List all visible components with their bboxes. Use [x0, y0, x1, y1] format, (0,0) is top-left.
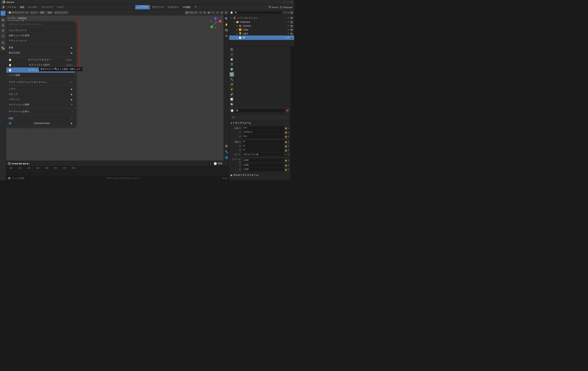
show-overlays[interactable]: ⌖ — [216, 11, 219, 14]
ctx-keyframe[interactable]: キーフレームを挿入... I — [6, 109, 75, 114]
scale-x-lock[interactable]: 🔒 — [285, 159, 287, 162]
ol-scene-camera[interactable]: 📷 — [290, 17, 293, 19]
ctx-transform[interactable]: 変換 ▶ — [6, 45, 75, 50]
ol-sphere-render[interactable]: 📷 — [290, 36, 293, 39]
ctx-rename[interactable]: アクティブオブジェクトをリネーム... F2 — [6, 80, 75, 85]
prop-tab-modifier[interactable]: 🔧 — [230, 77, 234, 82]
position-z-value[interactable]: 0 m — [242, 135, 284, 138]
timeline-jump-end[interactable]: ▶| — [27, 162, 29, 165]
viewport-canvas[interactable]: ユーザー・透視投影 (1) Collection | 球 Z X — [6, 15, 229, 161]
position-x-lock[interactable]: 🔒 — [285, 127, 287, 129]
minimize-button[interactable]: — — [283, 1, 285, 3]
ol-cube-render[interactable]: 📷 — [290, 29, 293, 31]
view-menu[interactable]: ビュー — [30, 11, 38, 14]
viewport-shading-render[interactable]: ○ — [211, 11, 215, 14]
sidebar-btn-hand[interactable]: ✋ — [224, 22, 229, 27]
tab-layout[interactable]: レイアウト — [135, 5, 150, 9]
outliner-filter-icon[interactable]: ▽ — [283, 11, 284, 14]
ol-camera-eye[interactable]: 👁 — [287, 25, 290, 27]
sidebar-btn-camera[interactable]: 📷 — [224, 28, 229, 33]
mode-select[interactable]: 🔲 オブジェクト... ▾ — [7, 11, 29, 14]
ol-scene-eye[interactable]: 👁 — [287, 17, 290, 19]
position-y-lock[interactable]: 🔒 — [285, 131, 287, 133]
ctx-selected-model[interactable]: 🌐 Selected Model ▶ — [6, 121, 75, 126]
timeline-play[interactable]: ▶ — [21, 162, 22, 165]
properties-obj-name[interactable]: 球 — [235, 109, 285, 113]
timeline-play-back[interactable]: ◀ — [18, 162, 20, 165]
delta-transform-header[interactable]: ▶ デルタトランスフォーム — [231, 173, 289, 177]
timeline-record-btn[interactable] — [8, 162, 11, 165]
prop-tab-scene[interactable]: 🎬 — [230, 62, 234, 67]
tool-scale[interactable]: ⤡ — [0, 33, 6, 39]
ol-light[interactable]: ▶ 💡 Light 👁 📷 — [229, 32, 294, 35]
rotation-z-value[interactable]: 0° — [242, 148, 284, 152]
show-gizmo[interactable]: ⌀ — [220, 11, 224, 14]
ol-collection-check[interactable]: ✓ — [285, 21, 287, 23]
select-menu[interactable]: 選択 — [39, 11, 46, 14]
tool-annotate[interactable]: ✏ — [0, 40, 6, 45]
timeline-start-val[interactable]: 1 — [224, 162, 227, 165]
ol-camera-render[interactable]: 📷 — [290, 25, 293, 27]
prop-tab-object[interactable]: 🟧 — [230, 72, 234, 77]
tool-select[interactable]: ↖ — [0, 11, 6, 16]
ctx-mirror[interactable]: ミラー ▶ — [6, 87, 75, 92]
timeline-jump-start[interactable]: |◀ — [11, 162, 14, 165]
ol-collection-eye[interactable]: 👁 — [287, 21, 290, 23]
outliner-render-icon[interactable]: 📷 — [290, 11, 293, 14]
ol-cube[interactable]: ▶ 🟧 Cube 👁 📷 — [229, 28, 294, 32]
scene-name[interactable]: Scene — [272, 6, 278, 9]
tool-cursor[interactable]: ⊕ — [0, 17, 6, 22]
sidebar-btn-modifier[interactable]: 🔧 — [224, 149, 229, 154]
prop-tab-constraints[interactable]: 🔗 — [230, 92, 234, 97]
ctx-set-origin[interactable]: 原点を設定 ▶ — [6, 50, 75, 55]
rotation-mode-select[interactable]: XYZ オイラー角 ▾ — [242, 153, 287, 156]
tool-rotate[interactable]: ↺ — [0, 28, 6, 33]
ol-collection[interactable]: ▼ 📁 Collection ✓ 👁 📷 — [229, 20, 294, 24]
scale-y-value[interactable]: 1.000 — [242, 163, 284, 167]
timeline-current-frame[interactable]: 1 — [208, 162, 213, 165]
sidebar-btn-render[interactable]: 🖼 — [224, 143, 229, 148]
menu-window[interactable]: ウィンドウ — [40, 5, 54, 9]
viewport-shading-wire[interactable]: ◇ — [199, 11, 202, 14]
sidebar-btn-world[interactable]: 🌐 — [224, 155, 229, 160]
position-y-value[interactable]: 4.1751 m — [242, 130, 284, 134]
global-local[interactable]: 🔗 グロ... ▾ — [185, 11, 198, 14]
object-menu[interactable]: オブジェクト — [54, 11, 69, 14]
prop-tab-data[interactable]: 📊 — [230, 97, 234, 102]
ctx-move-collection[interactable]: コレクションに移動 M — [6, 102, 75, 107]
prop-tab-physics[interactable]: ⚡ — [230, 87, 234, 92]
rotation-x-lock[interactable]: 🔒 — [285, 141, 287, 143]
viewport-options[interactable]: ▾ — [224, 11, 228, 14]
scale-x-value[interactable]: 1.000 — [242, 159, 284, 162]
ctx-snap[interactable]: スナップ ▶ — [6, 92, 75, 97]
ctx-delete[interactable]: 削除 X — [6, 116, 75, 121]
viewport-shading-look[interactable]: ◑ — [207, 11, 211, 14]
ctx-parent[interactable]: ペアレント ▶ — [6, 97, 75, 102]
ol-camera[interactable]: ▶ 📷 Camera 👁 📷 — [229, 24, 294, 28]
ctx-smooth-shade[interactable]: スムーズシェード — [6, 28, 75, 33]
tool-measure[interactable]: 📏 — [0, 46, 6, 51]
prop-tab-output[interactable]: 🖨 — [230, 52, 234, 57]
tab-te[interactable]: テ — [193, 5, 198, 9]
axes-gizmo[interactable]: Z X Y — [210, 17, 221, 29]
close-button[interactable]: ✕ — [291, 1, 293, 3]
maximize-button[interactable]: □ — [287, 1, 289, 3]
ol-sphere-eye[interactable]: 👁 — [287, 36, 290, 39]
ol-collection-camera[interactable]: 📷 — [290, 21, 293, 23]
ol-scene-check[interactable]: ✓ — [285, 17, 287, 19]
ol-scene-collection[interactable]: ▼ 🎬 シーンコレクション ✓ 👁 📷 — [229, 16, 294, 20]
ol-light-render[interactable]: 📷 — [290, 33, 293, 35]
prop-tab-render[interactable]: 📷 — [230, 47, 234, 52]
viewport-shading-solid[interactable]: ● — [203, 11, 207, 14]
timeline-prev-frame[interactable]: ◀◀ — [14, 162, 18, 165]
sidebar-btn-view[interactable]: 🔍 — [224, 16, 229, 21]
tab-uv[interactable]: UV編集 — [181, 5, 192, 9]
properties-pin-icon[interactable]: 📌 — [286, 109, 289, 112]
rotation-z-lock[interactable]: 🔒 — [285, 149, 287, 152]
outliner-search[interactable] — [234, 11, 282, 14]
scale-z-lock[interactable]: 🔒 — [285, 169, 287, 171]
rotation-y-value[interactable]: 0° — [242, 144, 284, 148]
tab-sculpt[interactable]: スカルプト — [166, 5, 180, 9]
ctx-copy-object[interactable]: 📋 オブジェクトをコピー [Ctrl] C — [6, 57, 75, 62]
rotation-x-value[interactable]: 0° — [242, 140, 284, 144]
